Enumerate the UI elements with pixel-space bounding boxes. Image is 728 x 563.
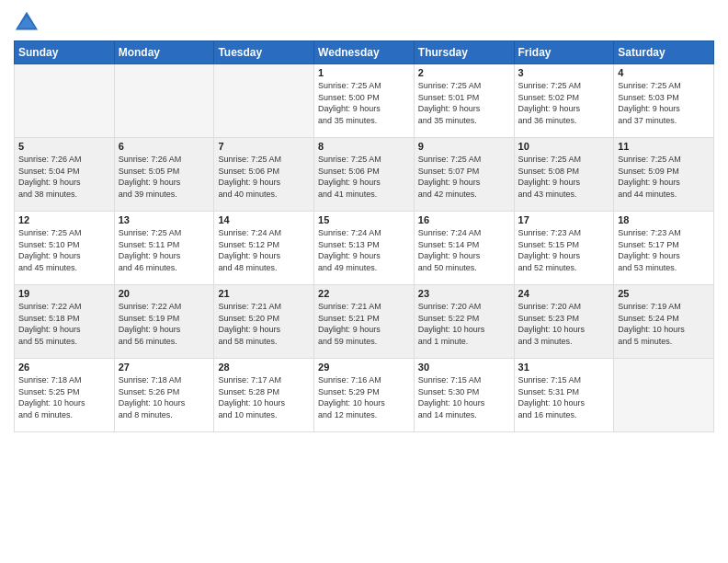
calendar-cell: 14Sunrise: 7:24 AM Sunset: 5:12 PM Dayli… [214,212,314,285]
weekday-header-tuesday: Tuesday [214,41,314,64]
day-info: Sunrise: 7:25 AM Sunset: 5:08 PM Dayligh… [518,154,610,200]
calendar-cell [114,64,214,138]
weekday-header-wednesday: Wednesday [314,41,415,64]
weekday-header-thursday: Thursday [414,41,514,64]
day-info: Sunrise: 7:20 AM Sunset: 5:23 PM Dayligh… [518,301,610,347]
day-number: 28 [218,362,310,373]
day-number: 10 [518,141,610,152]
calendar-cell: 25Sunrise: 7:19 AM Sunset: 5:24 PM Dayli… [614,285,714,359]
day-number: 2 [418,67,510,78]
calendar-cell: 19Sunrise: 7:22 AM Sunset: 5:18 PM Dayli… [15,285,115,359]
day-number: 20 [119,288,210,299]
calendar-cell: 17Sunrise: 7:23 AM Sunset: 5:15 PM Dayli… [514,212,614,285]
day-info: Sunrise: 7:23 AM Sunset: 5:15 PM Dayligh… [518,227,610,273]
day-info: Sunrise: 7:25 AM Sunset: 5:02 PM Dayligh… [518,80,610,126]
calendar-cell [614,359,714,432]
day-number: 7 [218,141,310,152]
day-number: 21 [218,288,310,299]
calendar-cell: 23Sunrise: 7:20 AM Sunset: 5:22 PM Dayli… [414,285,514,359]
day-number: 25 [618,288,710,299]
calendar-cell: 7Sunrise: 7:25 AM Sunset: 5:06 PM Daylig… [214,138,314,212]
day-number: 12 [18,214,110,225]
calendar-cell: 30Sunrise: 7:15 AM Sunset: 5:30 PM Dayli… [414,359,514,432]
day-number: 29 [318,362,410,373]
weekday-header-friday: Friday [514,41,614,64]
day-info: Sunrise: 7:18 AM Sunset: 5:26 PM Dayligh… [119,374,210,420]
day-info: Sunrise: 7:18 AM Sunset: 5:25 PM Dayligh… [18,374,110,420]
calendar-week-row: 26Sunrise: 7:18 AM Sunset: 5:25 PM Dayli… [15,359,714,432]
calendar-cell: 5Sunrise: 7:26 AM Sunset: 5:04 PM Daylig… [15,138,115,212]
day-info: Sunrise: 7:15 AM Sunset: 5:30 PM Dayligh… [418,374,510,420]
day-info: Sunrise: 7:24 AM Sunset: 5:13 PM Dayligh… [318,227,410,273]
day-number: 13 [119,214,210,225]
calendar-cell: 12Sunrise: 7:25 AM Sunset: 5:10 PM Dayli… [15,212,115,285]
day-info: Sunrise: 7:25 AM Sunset: 5:09 PM Dayligh… [618,154,710,200]
day-number: 6 [119,141,210,152]
calendar-cell: 24Sunrise: 7:20 AM Sunset: 5:23 PM Dayli… [514,285,614,359]
calendar-cell: 28Sunrise: 7:17 AM Sunset: 5:28 PM Dayli… [214,359,314,432]
day-number: 27 [119,362,210,373]
day-number: 4 [618,67,710,78]
day-number: 8 [318,141,410,152]
day-number: 14 [218,214,310,225]
weekday-header-sunday: Sunday [15,41,115,64]
day-number: 15 [318,214,410,225]
calendar-cell: 2Sunrise: 7:25 AM Sunset: 5:01 PM Daylig… [414,64,514,138]
day-info: Sunrise: 7:26 AM Sunset: 5:05 PM Dayligh… [119,154,210,200]
day-info: Sunrise: 7:25 AM Sunset: 5:07 PM Dayligh… [418,154,510,200]
calendar-cell: 11Sunrise: 7:25 AM Sunset: 5:09 PM Dayli… [614,138,714,212]
logo [14,9,43,35]
page: SundayMondayTuesdayWednesdayThursdayFrid… [0,0,728,563]
day-number: 3 [518,67,610,78]
calendar-cell: 21Sunrise: 7:21 AM Sunset: 5:20 PM Dayli… [214,285,314,359]
day-info: Sunrise: 7:16 AM Sunset: 5:29 PM Dayligh… [318,374,410,420]
calendar-cell: 1Sunrise: 7:25 AM Sunset: 5:00 PM Daylig… [314,64,415,138]
calendar-week-row: 5Sunrise: 7:26 AM Sunset: 5:04 PM Daylig… [15,138,714,212]
calendar-cell: 18Sunrise: 7:23 AM Sunset: 5:17 PM Dayli… [614,212,714,285]
calendar-cell: 4Sunrise: 7:25 AM Sunset: 5:03 PM Daylig… [614,64,714,138]
weekday-header-monday: Monday [114,41,214,64]
calendar-cell: 6Sunrise: 7:26 AM Sunset: 5:05 PM Daylig… [114,138,214,212]
day-number: 5 [18,141,110,152]
calendar-cell: 29Sunrise: 7:16 AM Sunset: 5:29 PM Dayli… [314,359,415,432]
day-info: Sunrise: 7:25 AM Sunset: 5:01 PM Dayligh… [418,80,510,126]
day-info: Sunrise: 7:23 AM Sunset: 5:17 PM Dayligh… [618,227,710,273]
day-info: Sunrise: 7:25 AM Sunset: 5:06 PM Dayligh… [318,154,410,200]
day-info: Sunrise: 7:25 AM Sunset: 5:00 PM Dayligh… [318,80,410,126]
calendar-cell [214,64,314,138]
day-info: Sunrise: 7:25 AM Sunset: 5:11 PM Dayligh… [119,227,210,273]
calendar-cell: 20Sunrise: 7:22 AM Sunset: 5:19 PM Dayli… [114,285,214,359]
calendar-cell: 26Sunrise: 7:18 AM Sunset: 5:25 PM Dayli… [15,359,115,432]
calendar-table: SundayMondayTuesdayWednesdayThursdayFrid… [14,40,714,432]
day-number: 30 [418,362,510,373]
day-info: Sunrise: 7:24 AM Sunset: 5:12 PM Dayligh… [218,227,310,273]
day-number: 16 [418,214,510,225]
day-info: Sunrise: 7:21 AM Sunset: 5:20 PM Dayligh… [218,301,310,347]
day-number: 24 [518,288,610,299]
calendar-cell: 16Sunrise: 7:24 AM Sunset: 5:14 PM Dayli… [414,212,514,285]
calendar-cell: 22Sunrise: 7:21 AM Sunset: 5:21 PM Dayli… [314,285,415,359]
calendar-cell: 3Sunrise: 7:25 AM Sunset: 5:02 PM Daylig… [514,64,614,138]
day-info: Sunrise: 7:25 AM Sunset: 5:10 PM Dayligh… [18,227,110,273]
day-number: 19 [18,288,110,299]
logo-icon [14,9,40,35]
calendar-cell: 13Sunrise: 7:25 AM Sunset: 5:11 PM Dayli… [114,212,214,285]
day-info: Sunrise: 7:19 AM Sunset: 5:24 PM Dayligh… [618,301,710,347]
day-info: Sunrise: 7:22 AM Sunset: 5:19 PM Dayligh… [119,301,210,347]
day-number: 9 [418,141,510,152]
weekday-header-row: SundayMondayTuesdayWednesdayThursdayFrid… [15,41,714,64]
day-info: Sunrise: 7:25 AM Sunset: 5:06 PM Dayligh… [218,154,310,200]
day-info: Sunrise: 7:24 AM Sunset: 5:14 PM Dayligh… [418,227,510,273]
day-number: 17 [518,214,610,225]
calendar-week-row: 12Sunrise: 7:25 AM Sunset: 5:10 PM Dayli… [15,212,714,285]
calendar-cell: 9Sunrise: 7:25 AM Sunset: 5:07 PM Daylig… [414,138,514,212]
day-info: Sunrise: 7:21 AM Sunset: 5:21 PM Dayligh… [318,301,410,347]
day-info: Sunrise: 7:15 AM Sunset: 5:31 PM Dayligh… [518,374,610,420]
calendar-week-row: 19Sunrise: 7:22 AM Sunset: 5:18 PM Dayli… [15,285,714,359]
day-info: Sunrise: 7:25 AM Sunset: 5:03 PM Dayligh… [618,80,710,126]
day-info: Sunrise: 7:26 AM Sunset: 5:04 PM Dayligh… [18,154,110,200]
day-info: Sunrise: 7:17 AM Sunset: 5:28 PM Dayligh… [218,374,310,420]
day-number: 26 [18,362,110,373]
day-number: 31 [518,362,610,373]
calendar-cell [15,64,115,138]
